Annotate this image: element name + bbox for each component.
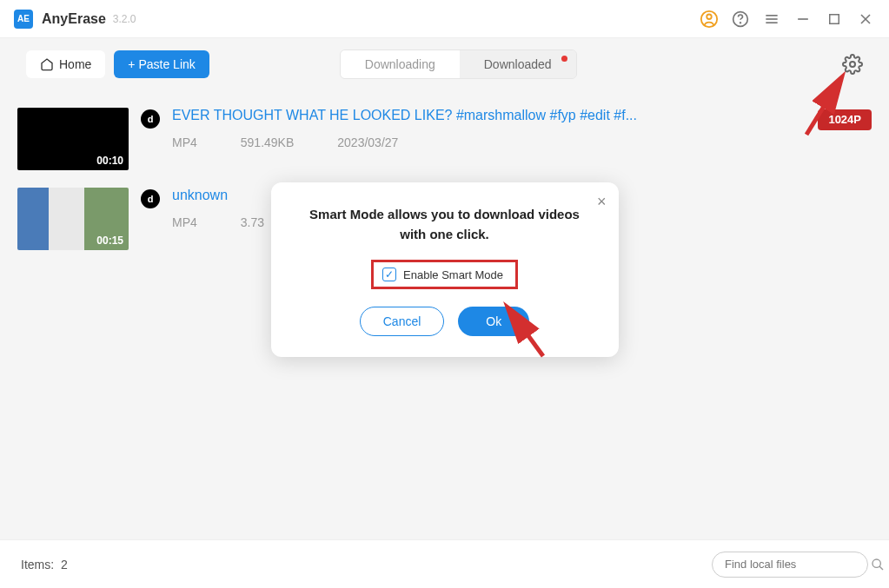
download-tabs: Downloading Downloaded	[340, 50, 577, 79]
home-button[interactable]: Home	[26, 50, 105, 78]
search-input[interactable]	[725, 558, 871, 571]
search-icon	[871, 558, 885, 571]
modal-close-button[interactable]: ×	[597, 193, 607, 211]
maximize-icon[interactable]	[825, 10, 844, 29]
items-count: Items: 2	[21, 558, 68, 571]
settings-icon[interactable]	[842, 54, 863, 75]
footer: Items: 2	[0, 539, 889, 588]
smart-mode-modal: × Smart Mode allows you to download vide…	[271, 182, 619, 357]
app-version: 3.2.0	[113, 13, 136, 25]
paste-link-label: + Paste Link	[128, 57, 195, 71]
titlebar: AE AnyErase 3.2.0	[0, 0, 889, 38]
video-duration: 00:10	[96, 155, 123, 167]
video-size: 3.73	[241, 215, 264, 229]
minimize-icon[interactable]	[793, 10, 813, 29]
tab-downloading[interactable]: Downloading	[341, 50, 460, 78]
app-name: AnyErase	[42, 11, 106, 27]
notification-dot	[561, 56, 567, 62]
smart-mode-label: Enable Smart Mode	[403, 268, 503, 281]
video-date: 2023/03/27	[337, 135, 398, 149]
video-format: MP4	[172, 135, 197, 149]
video-duration: 00:15	[96, 235, 123, 247]
modal-message: Smart Mode allows you to download videos…	[297, 205, 593, 244]
tiktok-icon: d	[141, 109, 160, 129]
user-icon[interactable]	[700, 10, 719, 29]
home-label: Home	[59, 57, 91, 71]
video-format: MP4	[172, 215, 197, 229]
paste-link-button[interactable]: + Paste Link	[114, 50, 209, 78]
video-thumbnail[interactable]: 00:10	[17, 108, 129, 170]
svg-point-12	[872, 559, 880, 567]
close-icon[interactable]	[856, 10, 875, 29]
app-logo: AE	[14, 10, 33, 29]
svg-rect-8	[830, 14, 839, 23]
toolbar: Home + Paste Link Downloading Downloaded	[0, 38, 889, 90]
video-thumbnail[interactable]: 00:15	[17, 188, 129, 250]
home-icon	[40, 57, 54, 71]
svg-point-3	[740, 22, 741, 23]
help-icon[interactable]	[731, 10, 750, 29]
ok-button[interactable]: Ok	[458, 307, 529, 336]
cancel-button[interactable]: Cancel	[360, 307, 445, 336]
video-title[interactable]: EVER THOUGHT WHAT HE LOOKED LIKE? #marsh…	[172, 108, 650, 123]
menu-icon[interactable]	[762, 10, 781, 29]
enable-smart-mode-option[interactable]: ✓ Enable Smart Mode	[371, 260, 518, 289]
svg-point-1	[707, 14, 712, 19]
smart-mode-checkbox[interactable]: ✓	[382, 268, 396, 281]
video-size: 591.49KB	[241, 135, 295, 149]
tiktok-icon: d	[141, 189, 160, 208]
svg-point-11	[850, 62, 855, 67]
svg-line-13	[879, 566, 883, 570]
search-box[interactable]	[712, 552, 868, 578]
tab-downloaded[interactable]: Downloaded	[460, 50, 576, 78]
download-item: 00:10 d EVER THOUGHT WHAT HE LOOKED LIKE…	[17, 99, 872, 179]
quality-badge: 1024P	[818, 109, 872, 130]
